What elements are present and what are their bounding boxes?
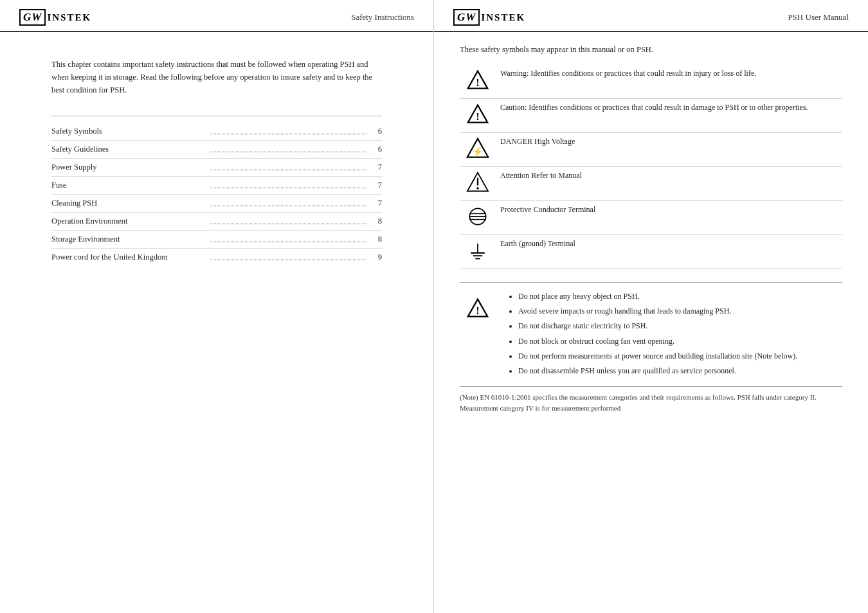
- svg-text:⚡: ⚡: [472, 146, 484, 157]
- symbol-icon-cell: !: [460, 99, 495, 133]
- symbol-description: Attention Refer to Manual: [495, 167, 842, 201]
- intro-text: This chapter contains important safety i…: [51, 58, 382, 96]
- symbol-row: ! Caution: Identifies conditions or prac…: [460, 99, 842, 133]
- toc-label: Fuse: [51, 181, 208, 190]
- guideline-item: Do not disassemble PSH unless you are qu…: [518, 365, 842, 377]
- symbol-row: ⚡ DANGER High Voltage: [460, 133, 842, 167]
- toc-label: Power Supply: [51, 163, 208, 172]
- caution-icon: !: [466, 103, 489, 126]
- symbols-table: ! Warning: Identifies conditions or prac…: [460, 65, 842, 269]
- toc-label: Safety Guidelines: [51, 145, 208, 154]
- toc-dots: [210, 145, 366, 152]
- toc-number: 8: [369, 235, 382, 244]
- left-content: This chapter contains important safety i…: [0, 32, 433, 613]
- toc-dots: [210, 163, 366, 170]
- toc-dots: [210, 253, 366, 260]
- guidelines-section: ! Do not place any heavy object on PSH.A…: [460, 282, 842, 413]
- left-panel: GW INSTEK Safety Instructions This chapt…: [0, 0, 434, 613]
- symbol-description: Protective Conductor Terminal: [495, 201, 842, 235]
- page: GW INSTEK Safety Instructions This chapt…: [0, 0, 868, 613]
- toc-item: Fuse 7: [51, 177, 382, 195]
- toc-label: Power cord for the United Kingdom: [51, 253, 208, 262]
- symbol-description: Warning: Identifies conditions or practi…: [495, 65, 842, 99]
- toc-label: Operation Environment: [51, 217, 208, 226]
- note-text: (Note) EN 61010-1:2001 specifies the mea…: [460, 386, 842, 413]
- toc-item: Operation Environment 8: [51, 213, 382, 231]
- logo-gw: GW: [19, 9, 46, 26]
- symbol-icon-cell: [460, 235, 495, 269]
- toc-item: Cleaning PSH 7: [51, 195, 382, 213]
- toc-number: 6: [369, 145, 382, 154]
- toc-dots: [210, 235, 366, 242]
- guideline-item: Do not perform measurements at power sou…: [518, 350, 842, 362]
- toc-item: Storage Environment 8: [51, 231, 382, 249]
- toc-dots: [210, 127, 366, 134]
- toc-item: Power cord for the United Kingdom 9: [51, 249, 382, 266]
- earth-icon: [466, 239, 489, 262]
- symbol-description: Caution: Identifies conditions or practi…: [495, 99, 842, 133]
- guideline-item: Do not place any heavy object on PSH.: [518, 290, 842, 303]
- toc-dots: [210, 181, 366, 188]
- toc-number: 9: [369, 253, 382, 262]
- high_voltage-icon: ⚡: [466, 137, 489, 160]
- svg-text:!: !: [476, 77, 479, 89]
- toc-dots: [210, 217, 366, 224]
- right-logo-instek: INSTEK: [481, 12, 525, 23]
- left-logo: GW INSTEK: [19, 9, 91, 26]
- symbol-icon-cell: !: [460, 65, 495, 99]
- symbol-icon-cell: [460, 201, 495, 235]
- symbol-icon-cell: [460, 167, 495, 201]
- warning-icon: !: [466, 69, 489, 92]
- guidelines-icon-cell: !: [460, 290, 495, 320]
- attention-icon: [466, 171, 489, 194]
- toc-dots: [210, 199, 366, 206]
- right-logo: GW INSTEK: [453, 9, 525, 26]
- toc-number: 8: [369, 217, 382, 226]
- toc-label: Safety Symbols: [51, 127, 208, 136]
- symbol-row: Earth (ground) Terminal: [460, 235, 842, 269]
- svg-text:!: !: [476, 111, 479, 123]
- logo-instek: INSTEK: [47, 12, 91, 23]
- right-header-title: PSH User Manual: [788, 12, 849, 22]
- caution-icon: !: [466, 297, 489, 320]
- toc-number: 7: [369, 163, 382, 172]
- toc-number: 6: [369, 127, 382, 136]
- symbol-row: Protective Conductor Terminal: [460, 201, 842, 235]
- toc-label: Cleaning PSH: [51, 199, 208, 208]
- guideline-item: Avoid severe impacts or rough handling t…: [518, 305, 842, 317]
- right-content: These safety symbols may appear in this …: [434, 32, 868, 613]
- right-header: GW INSTEK PSH User Manual: [434, 0, 868, 32]
- toc-section: Safety Symbols 6 Safety Guidelines 6 Pow…: [51, 116, 382, 266]
- symbol-row: Attention Refer to Manual: [460, 167, 842, 201]
- symbol-row: ! Warning: Identifies conditions or prac…: [460, 65, 842, 99]
- toc-item: Safety Guidelines 6: [51, 141, 382, 159]
- symbol-description: Earth (ground) Terminal: [495, 235, 842, 269]
- toc-label: Storage Environment: [51, 235, 208, 244]
- right-logo-gw: GW: [453, 9, 480, 26]
- symbols-intro: These safety symbols may appear in this …: [460, 45, 842, 55]
- svg-text:!: !: [476, 305, 479, 317]
- symbol-icon-cell: ⚡: [460, 133, 495, 167]
- right-panel: GW INSTEK PSH User Manual These safety s…: [434, 0, 868, 613]
- guideline-item: Do not discharge static electricity to P…: [518, 320, 842, 332]
- toc-item: Safety Symbols 6: [51, 123, 382, 141]
- guidelines-header: ! Do not place any heavy object on PSH.A…: [460, 290, 842, 380]
- toc-number: 7: [369, 181, 382, 190]
- guidelines-list: Do not place any heavy object on PSH.Avo…: [508, 290, 842, 380]
- symbol-description: DANGER High Voltage: [495, 133, 842, 167]
- toc-number: 7: [369, 199, 382, 208]
- guideline-item: Do not block or obstruct cooling fan ven…: [518, 335, 842, 348]
- toc-item: Power Supply 7: [51, 159, 382, 177]
- protective_conductor-icon: [466, 205, 489, 228]
- left-header: GW INSTEK Safety Instructions: [0, 0, 433, 32]
- left-header-title: Safety Instructions: [351, 12, 414, 22]
- svg-point-8: [476, 187, 479, 190]
